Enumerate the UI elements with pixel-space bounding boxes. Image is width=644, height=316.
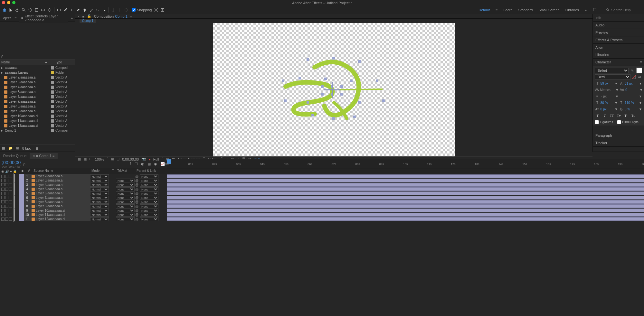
label-color[interactable] <box>19 178 24 182</box>
label-color[interactable] <box>19 183 24 187</box>
project-item[interactable]: Layer 9/aaaaaaa.aiVector A <box>0 109 75 114</box>
trkmat-dropdown[interactable]: None <box>116 187 135 191</box>
audio-toggle[interactable] <box>5 209 8 212</box>
solo-toggle[interactable] <box>9 218 12 221</box>
timeline-layer-row[interactable]: 8Layer 9/aaaaaaa.aiNormalNone@None <box>0 204 644 208</box>
blend-mode-dropdown[interactable]: Normal <box>90 183 109 187</box>
pickwhip-icon[interactable]: @ <box>135 188 138 191</box>
project-item[interactable]: ▸Comp 1Composi <box>0 128 75 133</box>
minimize-window-button[interactable] <box>7 1 10 4</box>
font-family-dropdown[interactable]: Belfort <box>595 68 629 73</box>
expand-icon[interactable] <box>14 217 15 221</box>
parent-dropdown[interactable]: None <box>140 204 158 208</box>
bold-button[interactable]: T <box>595 113 601 118</box>
label-swatch[interactable] <box>51 110 54 113</box>
tracking-input[interactable] <box>625 88 638 92</box>
lock-icon[interactable]: 🔒 <box>87 14 91 18</box>
parent-dropdown[interactable]: None <box>140 183 158 187</box>
zoom-tool[interactable] <box>21 7 27 13</box>
zoom-level[interactable]: 100% <box>95 157 104 161</box>
timeline-layer-row[interactable]: 3Layer 4/aaaaaaa.aiNormalNone@None <box>0 183 644 187</box>
label-color[interactable] <box>19 187 24 191</box>
label-swatch[interactable] <box>51 81 54 84</box>
audio-toggle[interactable] <box>5 218 8 221</box>
solo-toggle[interactable] <box>9 188 12 191</box>
new-comp-icon[interactable]: ⊞ <box>16 146 19 150</box>
render-queue-tab[interactable]: Render Queue <box>0 153 30 159</box>
new-folder-icon[interactable]: 📁 <box>8 146 13 150</box>
pickwhip-icon[interactable]: @ <box>135 183 138 186</box>
character-panel-header[interactable]: Character ≡ <box>593 59 644 66</box>
workspace-learn[interactable]: Learn <box>503 8 512 12</box>
video-toggle[interactable] <box>1 213 5 216</box>
parent-dropdown[interactable]: None <box>140 209 158 212</box>
comp-sub-tab[interactable]: Comp 1 <box>80 19 96 23</box>
timeline-layer-row[interactable]: 9Layer 10/aaaaaaa.aiNormalNone@None <box>0 208 644 212</box>
label-swatch[interactable] <box>51 90 54 94</box>
pickwhip-icon[interactable]: @ <box>135 175 138 178</box>
leading-input[interactable] <box>625 82 638 85</box>
comp-mini-flowchart-icon[interactable]: ⤴ <box>129 162 131 166</box>
project-item[interactable]: ▸aaaaaaa LayersFolder <box>0 70 75 75</box>
italic-button[interactable]: T <box>602 113 608 118</box>
layer-duration-bar[interactable] <box>167 200 644 204</box>
label-color[interactable] <box>19 200 24 204</box>
solo-toggle[interactable] <box>9 179 12 182</box>
video-toggle[interactable] <box>1 196 5 199</box>
puppet-pin-tool[interactable] <box>101 7 107 13</box>
parent-dropdown[interactable]: None <box>140 191 158 195</box>
frame-blend-icon[interactable]: ▦ <box>147 162 151 166</box>
rectangle-tool[interactable] <box>56 7 62 13</box>
audio-toggle[interactable] <box>5 183 8 186</box>
pickwhip-icon[interactable]: @ <box>135 205 138 208</box>
eraser-tool[interactable] <box>88 7 94 13</box>
parent-dropdown[interactable]: None <box>140 174 158 178</box>
solo-toggle[interactable] <box>9 213 12 216</box>
stroke-color-swatch[interactable] <box>632 75 636 79</box>
parent-dropdown[interactable]: None <box>140 196 158 200</box>
text-tool[interactable]: T <box>69 7 75 13</box>
project-item[interactable]: Layer 8/aaaaaaa.aiVector A <box>0 104 75 109</box>
superscript-button[interactable]: T¹ <box>623 113 629 118</box>
solo-toggle[interactable] <box>9 209 12 212</box>
channel-icon[interactable]: ● <box>148 157 151 161</box>
mask-icon[interactable]: ☐ <box>89 157 92 161</box>
fill-color-swatch[interactable] <box>636 68 642 73</box>
sync-icon[interactable] <box>592 7 597 13</box>
video-toggle[interactable] <box>1 175 5 178</box>
timeline-layer-row[interactable]: 7Layer 8/aaaaaaa.aiNormalNone@None <box>0 200 644 204</box>
col-parent[interactable]: Parent & Link <box>135 169 167 174</box>
label-swatch[interactable] <box>51 105 54 108</box>
solo-toggle[interactable] <box>9 205 12 208</box>
workspace-more-icon[interactable]: » <box>585 8 587 12</box>
pickwhip-icon[interactable]: @ <box>135 213 138 216</box>
kerning-input[interactable] <box>600 88 614 92</box>
solo-toggle-icon[interactable]: ● <box>10 170 12 173</box>
parent-dropdown[interactable]: None <box>140 217 158 221</box>
label-color[interactable] <box>19 217 24 221</box>
blend-mode-dropdown[interactable]: Normal <box>90 187 109 191</box>
layer-duration-bar[interactable] <box>167 183 644 187</box>
label-color[interactable] <box>19 204 24 208</box>
video-toggle[interactable] <box>1 192 5 195</box>
project-menu-icon[interactable]: ≡ <box>14 16 16 20</box>
timeline-comp-tab[interactable]: × ■ Comp 1 ≡ <box>30 153 58 159</box>
label-col-icon[interactable]: ◆ <box>21 169 24 172</box>
project-item[interactable]: Layer 10/aaaaaaa.aiVector A <box>0 114 75 118</box>
trkmat-dropdown[interactable]: None <box>116 217 135 221</box>
baseline-input[interactable] <box>601 107 613 111</box>
snap-options-icon[interactable] <box>153 7 159 13</box>
layer-duration-bar[interactable] <box>167 217 644 221</box>
audio-toggle[interactable] <box>5 205 8 208</box>
audio-toggle[interactable] <box>5 179 8 182</box>
parent-dropdown[interactable]: None <box>140 213 158 217</box>
col-name[interactable]: Name <box>0 60 45 64</box>
stroke-width-input[interactable] <box>601 95 614 98</box>
project-search[interactable]: ρ <box>0 52 75 60</box>
trkmat-dropdown[interactable]: None <box>116 213 135 217</box>
audio-toggle[interactable] <box>5 188 8 191</box>
workspace-small-screen[interactable]: Small Screen <box>538 8 559 12</box>
label-swatch[interactable] <box>51 124 54 127</box>
hscale-input[interactable] <box>625 101 638 105</box>
pickwhip-icon[interactable]: @ <box>135 209 138 212</box>
